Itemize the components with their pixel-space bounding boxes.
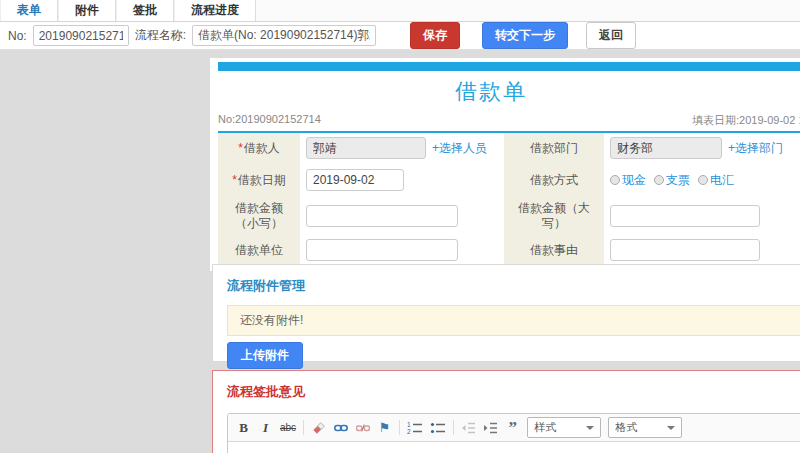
loan-unit-cell (300, 235, 504, 265)
back-button[interactable]: 返回 (586, 22, 636, 49)
tab-approval[interactable]: 签批 (116, 0, 174, 21)
loan-unit-label: 借款单位 (218, 235, 300, 265)
borrower-cell: +选择人员 (300, 133, 504, 163)
tab-attachments[interactable]: 附件 (58, 0, 116, 21)
link-button[interactable] (333, 419, 348, 436)
required-marker: * (232, 173, 237, 187)
loan-method-radio-group: 现金 支票 电汇 (610, 172, 734, 189)
select-department-link[interactable]: +选择部门 (728, 140, 783, 157)
loan-method-label: 借款方式 (504, 163, 604, 197)
amount-lowercase-cell (300, 197, 504, 235)
content-area: 借款单 No:20190902152714 填表日期:2019-09-02 15… (0, 50, 800, 453)
process-name-input[interactable] (192, 25, 376, 46)
form-doc-no: No:20190902152714 (218, 113, 321, 125)
upload-attachment-button[interactable]: 上传附件 (227, 342, 303, 369)
radio-icon (698, 175, 708, 185)
unlink-button[interactable] (355, 419, 370, 436)
outdent-button[interactable] (461, 419, 476, 436)
loan-date-input[interactable] (306, 169, 404, 191)
amount-uppercase-cell (604, 197, 800, 235)
save-button[interactable]: 保存 (410, 22, 460, 49)
tab-bar: 表单 附件 签批 流程进度 (0, 0, 800, 22)
loan-form-table: *借款人 +选择人员 借款部门 +选择部门 *借款日期 (218, 133, 800, 265)
radio-icon (610, 175, 620, 185)
bold-button[interactable]: B (236, 419, 251, 436)
amount-lowercase-label: 借款金额（小写） (218, 197, 300, 235)
radio-icon (654, 175, 664, 185)
editor-content[interactable] (228, 442, 800, 453)
blockquote-button[interactable]: ” (505, 419, 520, 436)
no-input[interactable] (33, 25, 129, 46)
loan-method-cell: 现金 支票 电汇 (604, 163, 800, 197)
page: 表单 附件 签批 流程进度 No: 流程名称: 保存 转交下一步 返回 借款单 … (0, 0, 800, 453)
radio-option-cash[interactable]: 现金 (610, 172, 646, 189)
chevron-down-icon (667, 426, 675, 430)
radio-option-wire[interactable]: 电汇 (698, 172, 734, 189)
no-label: No: (8, 29, 27, 43)
approval-section: 流程签批意见 B I abc (212, 370, 800, 453)
loan-date-cell (300, 163, 504, 197)
chevron-down-icon (586, 426, 594, 430)
tab-progress[interactable]: 流程进度 (174, 0, 256, 21)
toolbar-separator (303, 420, 304, 435)
no-attachments-notice: 还没有附件! (227, 305, 800, 336)
eraser-icon (312, 421, 326, 435)
process-name-label: 流程名称: (135, 27, 186, 44)
indent-button[interactable] (483, 419, 498, 436)
department-cell: +选择部门 (604, 133, 800, 163)
approval-title: 流程签批意见 (227, 383, 800, 401)
attachments-section: 流程附件管理 还没有附件! 上传附件 (212, 264, 800, 362)
form-info-row: No:20190902152714 填表日期:2019-09-02 15:27:… (218, 111, 800, 127)
svg-text:2: 2 (407, 428, 411, 435)
strikethrough-button[interactable]: abc (280, 419, 296, 436)
form-top-bar (218, 62, 800, 71)
outdent-icon (461, 421, 476, 435)
loan-reason-cell (604, 235, 800, 265)
department-input[interactable] (610, 137, 722, 159)
bullet-list-icon (430, 421, 446, 435)
tab-form[interactable]: 表单 (0, 0, 58, 21)
attachments-title: 流程附件管理 (227, 277, 800, 295)
format-dropdown[interactable]: 格式 (608, 417, 682, 438)
amount-lowercase-input[interactable] (306, 205, 458, 227)
ordered-list-icon: 1 2 (407, 421, 423, 435)
form-title: 借款单 (193, 71, 789, 111)
anchor-flag-button[interactable]: ⚑ (377, 419, 392, 436)
loan-unit-input[interactable] (306, 239, 458, 261)
loan-reason-input[interactable] (610, 239, 760, 261)
amount-uppercase-label: 借款金额（大写） (504, 197, 604, 235)
unlink-icon (356, 421, 370, 435)
toolbar-separator (399, 420, 400, 435)
forward-next-step-button[interactable]: 转交下一步 (482, 22, 568, 49)
ordered-list-button[interactable]: 1 2 (407, 419, 423, 436)
loan-reason-label: 借款事由 (504, 235, 604, 265)
toolbar-separator (453, 420, 454, 435)
bullet-list-button[interactable] (430, 419, 446, 436)
borrower-label: *借款人 (218, 133, 300, 163)
editor-toolbar: B I abc (228, 414, 800, 442)
department-label: 借款部门 (504, 133, 604, 163)
svg-text:1: 1 (407, 421, 411, 428)
amount-uppercase-input[interactable] (610, 205, 760, 227)
styles-dropdown[interactable]: 样式 (527, 417, 601, 438)
toolbar: No: 流程名称: 保存 转交下一步 返回 (0, 22, 800, 50)
loan-form-panel: 借款单 No:20190902152714 填表日期:2019-09-02 15… (210, 58, 800, 271)
form-fill-date: 填表日期:2019-09-02 15:27:1 (692, 113, 800, 128)
select-person-link[interactable]: +选择人员 (432, 140, 487, 157)
link-icon (334, 421, 348, 435)
rich-text-editor: B I abc (227, 413, 800, 453)
radio-option-cheque[interactable]: 支票 (654, 172, 690, 189)
italic-button[interactable]: I (258, 419, 273, 436)
loan-date-label: *借款日期 (218, 163, 300, 197)
remove-format-button[interactable] (311, 419, 326, 436)
borrower-input[interactable] (306, 137, 426, 159)
required-marker: * (238, 141, 243, 155)
indent-icon (483, 421, 498, 435)
